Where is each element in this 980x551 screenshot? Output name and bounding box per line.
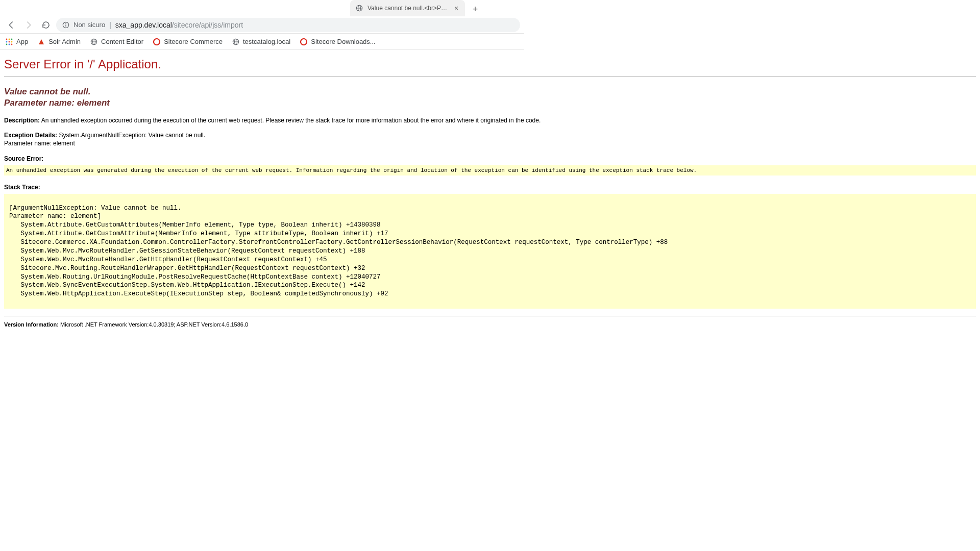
- svg-point-13: [9, 43, 10, 45]
- svg-point-8: [11, 38, 13, 40]
- reload-button[interactable]: [39, 18, 53, 32]
- exception-param: Parameter name: element: [4, 140, 75, 147]
- bookmark-app[interactable]: App: [5, 38, 28, 46]
- exception-text: System.ArgumentNullException: Value cann…: [59, 132, 205, 139]
- bookmark-label: Solr Admin: [48, 38, 81, 45]
- svg-point-10: [9, 41, 10, 42]
- error-subtitle-line1: Value cannot be null.: [4, 86, 976, 97]
- bookmark-sitecore-commerce[interactable]: Sitecore Commerce: [153, 38, 223, 46]
- separator: |: [109, 21, 111, 29]
- source-error-label: Source Error:: [4, 155, 976, 162]
- tab-title: Value cannot be null.<br>Param…: [368, 5, 449, 12]
- svg-point-22: [301, 39, 307, 45]
- error-page: Server Error in '/' Application. Value c…: [0, 50, 980, 335]
- globe-icon: [232, 38, 240, 46]
- error-subtitle-line2: Parameter name: element: [4, 97, 976, 109]
- bookmark-content-editor[interactable]: Content Editor: [90, 38, 143, 46]
- svg-point-4: [65, 23, 66, 24]
- sitecore-icon: [300, 38, 308, 46]
- exception-details: Exception Details: System.ArgumentNullEx…: [4, 131, 976, 147]
- version-label: Version Information:: [4, 321, 59, 328]
- back-button[interactable]: [4, 18, 18, 32]
- version-text: Microsoft .NET Framework Version:4.0.303…: [60, 321, 248, 328]
- stack-trace-box: [ArgumentNullException: Value cannot be …: [4, 194, 976, 309]
- svg-rect-5: [65, 24, 66, 27]
- description-text: An unhandled exception occurred during t…: [41, 117, 541, 124]
- bookmark-label: Sitecore Commerce: [164, 38, 223, 45]
- bookmark-label: App: [16, 38, 28, 45]
- bookmark-label: Sitecore Downloads...: [311, 38, 375, 45]
- forward-button[interactable]: [21, 18, 36, 32]
- url-text: sxa_app.dev.local/sitecore/api/jss/impor…: [115, 21, 243, 29]
- svg-point-9: [6, 41, 8, 42]
- globe-icon: [355, 4, 363, 12]
- page-title: Server Error in '/' Application.: [4, 57, 976, 71]
- omnibox[interactable]: Non sicuro | sxa_app.dev.local/sitecore/…: [56, 18, 520, 32]
- svg-point-14: [11, 43, 13, 45]
- apps-grid-icon: [5, 38, 13, 46]
- solr-icon: [37, 38, 45, 46]
- divider: [4, 316, 976, 316]
- bookmarks-bar: App Solr Admin Content Editor Sitecore C…: [0, 34, 524, 50]
- new-tab-button[interactable]: +: [468, 2, 482, 16]
- svg-point-6: [6, 38, 8, 40]
- bookmark-label: Content Editor: [101, 38, 143, 45]
- bookmark-testcatalog[interactable]: testcatalog.local: [232, 38, 290, 46]
- svg-point-7: [9, 38, 10, 40]
- info-icon: [62, 21, 69, 29]
- bookmark-solr-admin[interactable]: Solr Admin: [37, 38, 81, 46]
- divider: [4, 77, 976, 77]
- close-tab-icon[interactable]: ×: [453, 5, 460, 12]
- security-label: Non sicuro: [74, 21, 105, 29]
- description-label: Description:: [4, 117, 40, 124]
- address-bar: Non sicuro | sxa_app.dev.local/sitecore/…: [0, 16, 524, 34]
- browser-tab[interactable]: Value cannot be null.<br>Param… ×: [350, 0, 465, 16]
- svg-point-18: [154, 39, 160, 45]
- svg-point-12: [6, 43, 8, 45]
- globe-icon: [90, 38, 98, 46]
- browser-chrome: Value cannot be null.<br>Param… × + Non …: [0, 0, 524, 50]
- sitecore-icon: [153, 38, 161, 46]
- bookmark-sitecore-downloads[interactable]: Sitecore Downloads...: [300, 38, 375, 46]
- stack-trace-label: Stack Trace:: [4, 184, 976, 191]
- exception-label: Exception Details:: [4, 132, 57, 139]
- error-subtitle: Value cannot be null. Parameter name: el…: [4, 86, 976, 109]
- version-info: Version Information: Microsoft .NET Fram…: [4, 321, 976, 328]
- svg-point-11: [11, 41, 13, 42]
- tab-strip: Value cannot be null.<br>Param… × +: [0, 0, 524, 16]
- description: Description: An unhandled exception occu…: [4, 117, 976, 124]
- source-error-box: An unhandled exception was generated dur…: [4, 165, 976, 176]
- bookmark-label: testcatalog.local: [243, 38, 290, 45]
